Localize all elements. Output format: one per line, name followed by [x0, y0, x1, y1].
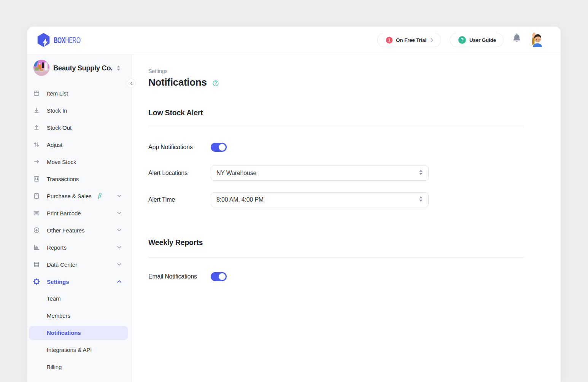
- svg-text:1: 1: [388, 38, 391, 42]
- svg-text:?: ?: [461, 37, 464, 43]
- svg-text:?: ?: [215, 81, 217, 85]
